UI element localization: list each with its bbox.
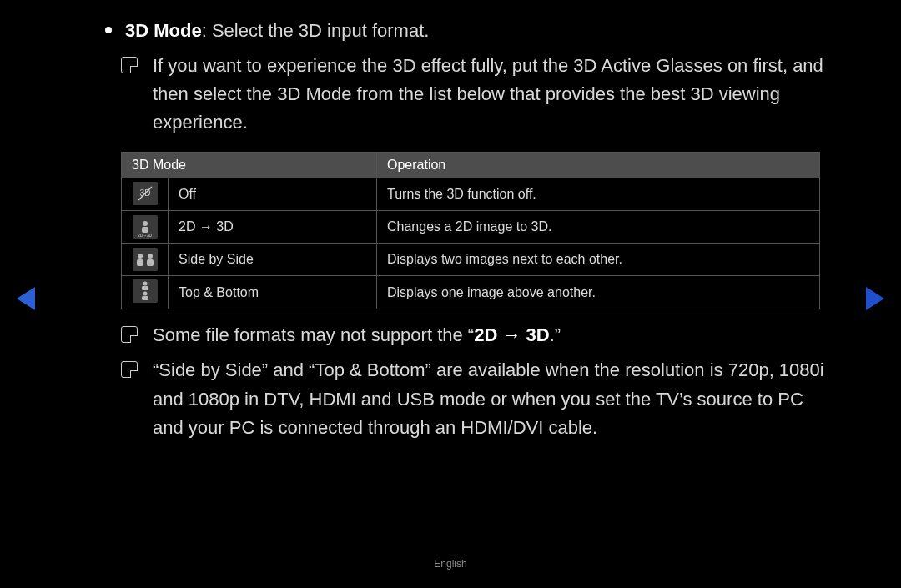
mode-name: Off — [169, 178, 377, 211]
svg-rect-11 — [142, 286, 148, 290]
table-row: Top & Bottom Displays one image above an… — [122, 276, 820, 309]
svg-rect-5 — [142, 227, 148, 233]
mode-table-head-op: Operation — [377, 153, 820, 178]
mode-name: 2D → 3D — [169, 211, 377, 244]
svg-marker-0 — [17, 287, 35, 310]
svg-point-4 — [143, 221, 148, 226]
note-icon — [121, 361, 138, 378]
mode-table-head-mode: 3D Mode — [122, 153, 377, 178]
mode-off-icon: 3D — [133, 182, 158, 205]
heading-desc: : Select the 3D input format. — [202, 20, 430, 41]
note-icon — [121, 326, 138, 343]
note-formats-prefix: Some file formats may not support the “ — [153, 324, 474, 345]
next-page-arrow[interactable] — [866, 287, 884, 314]
note-resolution-text: “Side by Side” and “Top & Bottom” are av… — [153, 356, 834, 441]
table-row: 3D Off Turns the 3D function off. — [122, 178, 820, 211]
note-glasses-text: If you want to experience the 3D effect … — [153, 52, 834, 137]
heading-3d-mode: 3D Mode: Select the 3D input format. — [105, 17, 834, 45]
svg-point-8 — [148, 254, 153, 259]
table-row: Side by Side Displays two images next to… — [122, 244, 820, 276]
svg-rect-7 — [137, 259, 143, 266]
bullet-icon — [105, 27, 112, 33]
svg-rect-9 — [147, 259, 154, 266]
note-formats-bold: 2D → 3D — [474, 324, 549, 345]
svg-point-6 — [138, 254, 143, 259]
mode-name: Top & Bottom — [169, 276, 377, 309]
prev-page-arrow[interactable] — [17, 287, 35, 314]
note-icon — [121, 57, 138, 73]
table-row: 2D→3D 2D → 3D Changes a 2D image to 3D. — [122, 211, 820, 244]
mode-op: Changes a 2D image to 3D. — [377, 211, 820, 244]
heading-label: 3D Mode — [125, 20, 202, 41]
mode-op: Displays one image above another. — [377, 276, 820, 309]
mode-top-bottom-icon — [133, 279, 158, 303]
mode-table: 3D Mode Operation 3D Off Tu — [121, 152, 820, 309]
mode-op: Turns the 3D function off. — [377, 178, 820, 211]
heading-text: 3D Mode: Select the 3D input format. — [125, 17, 834, 45]
note-resolution: “Side by Side” and “Top & Bottom” are av… — [121, 356, 834, 441]
mode-op: Displays two images next to each other. — [377, 244, 820, 276]
note-formats: Some file formats may not support the “2… — [121, 321, 834, 349]
svg-point-10 — [143, 282, 147, 286]
footer-language: English — [0, 558, 901, 570]
mode-name: Side by Side — [169, 244, 377, 276]
note-glasses: If you want to experience the 3D effect … — [121, 52, 834, 137]
note-formats-suffix: .” — [550, 324, 561, 345]
svg-point-12 — [143, 292, 147, 296]
mode-2d-3d-icon: 2D→3D — [133, 215, 158, 239]
svg-marker-1 — [866, 287, 884, 310]
note-formats-text: Some file formats may not support the “2… — [153, 321, 834, 349]
mode-side-by-side-icon — [133, 248, 158, 271]
svg-rect-13 — [142, 296, 148, 300]
